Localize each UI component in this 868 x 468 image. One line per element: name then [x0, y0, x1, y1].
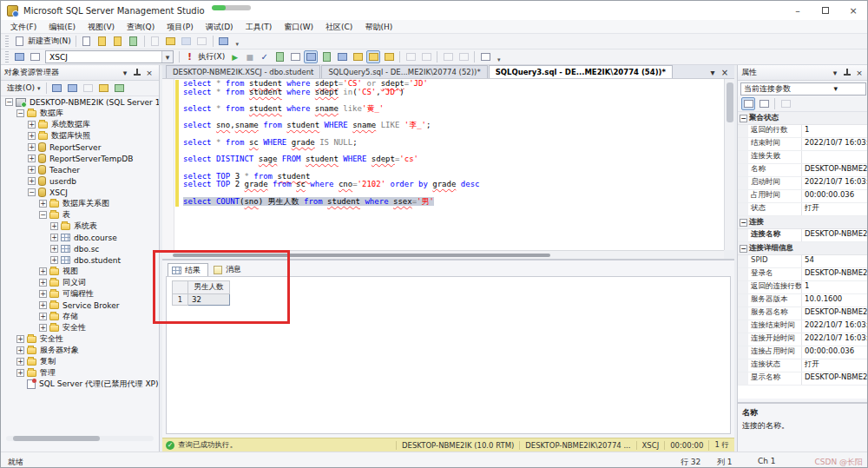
tree-item[interactable]: −XSCJ — [1, 187, 159, 198]
tab-list-dropdown-icon[interactable]: ▾ — [707, 66, 719, 78]
property-row[interactable]: 返回的连接行数1 — [738, 281, 868, 294]
tree-item[interactable]: +dbo.student — [1, 254, 159, 266]
expander-icon[interactable]: + — [16, 335, 24, 343]
disconnect-icon[interactable] — [28, 50, 42, 63]
minimize-button[interactable]: – — [784, 1, 812, 20]
expander-icon[interactable]: − — [740, 115, 747, 122]
properties-object-selector[interactable]: 当前连接参数 ▾ — [738, 81, 868, 96]
database-selector-input[interactable] — [46, 53, 161, 62]
query-options-icon[interactable] — [288, 50, 302, 63]
new-file-icon[interactable] — [80, 35, 94, 48]
comment-icon[interactable] — [382, 50, 396, 63]
tree-item[interactable]: +数据库快照 — [1, 130, 159, 142]
scrollbar-thumb[interactable] — [13, 436, 100, 441]
sql-editor[interactable]: select * from student where sdept='CS' o… — [162, 79, 724, 250]
property-row[interactable]: 连接失败 — [738, 151, 868, 164]
expander-icon[interactable]: + — [39, 267, 47, 275]
expander-icon[interactable]: + — [16, 358, 24, 366]
property-row[interactable]: 连接开始时间2022/10/7 16:03:34 — [738, 333, 868, 346]
expander-icon[interactable]: + — [28, 166, 36, 174]
expander-icon[interactable]: + — [39, 290, 47, 298]
tree-item[interactable]: +安全性 — [1, 333, 159, 345]
expander-icon[interactable]: − — [740, 219, 747, 227]
close-document-icon[interactable]: × — [719, 66, 731, 78]
pin-button[interactable] — [131, 67, 143, 79]
connect-icon[interactable] — [12, 50, 26, 63]
database-selector-dropdown-icon[interactable]: ▾ — [161, 51, 173, 63]
expander-icon[interactable]: + — [50, 245, 58, 253]
tree-item[interactable]: +视图 — [1, 266, 159, 277]
tree-item[interactable]: +dbo.sc — [1, 243, 159, 254]
expander-icon[interactable]: + — [16, 346, 24, 354]
alphabetical-sort-icon[interactable] — [757, 97, 771, 110]
window-position-icon[interactable]: ▾ — [829, 67, 841, 79]
analyze-query-icon[interactable] — [319, 50, 333, 63]
property-row[interactable]: 结束时间2022/10/7 16:03:34 — [738, 138, 868, 151]
intellisense-icon[interactable] — [478, 50, 492, 63]
results-to-grid-icon[interactable] — [304, 50, 318, 63]
tree-item[interactable]: +系统数据库 — [1, 119, 159, 130]
property-row[interactable]: 显示名称DESKTOP-NBME2IK — [738, 372, 868, 386]
pin-button[interactable] — [841, 67, 853, 79]
tree-item[interactable]: +ReportServer — [1, 142, 159, 153]
tree-item[interactable]: +Service Broker — [1, 300, 159, 311]
menu-item[interactable]: 文件(F) — [4, 20, 43, 34]
parse-icon[interactable]: ✓ — [258, 50, 271, 63]
toolbar-grip[interactable] — [5, 36, 9, 47]
display-estimated-plan-icon[interactable] — [273, 50, 286, 63]
tree-item[interactable]: −数据库 — [1, 108, 159, 119]
tree-item[interactable]: +安全性 — [1, 322, 159, 333]
property-section-header[interactable]: −聚合状态 — [738, 112, 868, 125]
menu-item[interactable]: 工具(T) — [240, 20, 279, 34]
tree-item[interactable]: +dbo.course — [1, 232, 159, 243]
expander-icon[interactable]: + — [28, 121, 36, 129]
document-tab[interactable]: SQLQuery5.sql - DE...ME2IK\20774 (52))* — [321, 65, 487, 78]
toolbar-overflow-icon[interactable]: ▾ — [495, 50, 503, 63]
tree-item[interactable]: +可编程性 — [1, 288, 159, 300]
expander-icon[interactable]: + — [28, 132, 36, 140]
expander-icon[interactable]: − — [740, 245, 747, 253]
tree-item[interactable]: −表 — [1, 209, 159, 221]
tree-item[interactable]: +数据库关系图 — [1, 198, 159, 209]
results-to-text-icon[interactable] — [351, 50, 365, 63]
property-row[interactable]: 登录名DESKTOP-NBME2IK — [738, 268, 868, 281]
menu-item[interactable]: 编辑(E) — [43, 20, 82, 34]
tree-item[interactable]: +系统表 — [1, 221, 159, 232]
property-row[interactable]: 占用时间00:00:00.036 — [738, 190, 868, 203]
object-explorer-hscrollbar[interactable] — [6, 436, 154, 441]
expander-icon[interactable]: + — [39, 200, 47, 208]
editor-selection-margin[interactable] — [162, 79, 174, 250]
property-row[interactable]: 连接名称DESKTOP-NBME2IK — [738, 229, 868, 242]
video-progress-bar[interactable] — [212, 5, 251, 10]
expander-icon[interactable]: − — [5, 98, 13, 106]
toolbar-grip[interactable] — [5, 51, 9, 63]
property-row[interactable]: SPID54 — [738, 255, 868, 268]
new-query-button[interactable]: 新建查询(N) — [28, 35, 71, 48]
menu-item[interactable]: 调试(D) — [200, 20, 240, 34]
tree-item[interactable]: +同义词 — [1, 277, 159, 288]
tree-item[interactable]: +复制 — [1, 356, 159, 367]
close-button[interactable]: × — [839, 1, 867, 20]
editor-vertical-scrollbar[interactable] — [724, 79, 734, 250]
menu-item[interactable]: 项目(P) — [161, 20, 199, 34]
sql-code[interactable]: select * from student where sdept='CS' o… — [183, 80, 724, 206]
activity-monitor-icon[interactable] — [217, 35, 231, 48]
property-row[interactable]: 状态打开 — [738, 203, 868, 216]
execute-button[interactable]: 执行(X) — [198, 51, 225, 63]
property-section-header[interactable]: −连接 — [738, 216, 868, 229]
property-row[interactable]: 名称DESKTOP-NBME2IK — [738, 164, 868, 177]
expander-icon[interactable]: − — [28, 188, 36, 196]
open-database-engine-query-icon[interactable] — [95, 35, 109, 48]
toolbar-overflow-icon[interactable]: ▾ — [233, 35, 241, 48]
expander-icon[interactable]: − — [16, 109, 24, 117]
connect-button[interactable]: 连接(O) ▾ — [4, 82, 43, 95]
filter-icon[interactable] — [97, 82, 111, 95]
property-row[interactable]: 启动时间2022/10/7 16:03:34 — [738, 177, 868, 190]
tree-item[interactable]: +ReportServerTempDB — [1, 153, 159, 164]
menu-item[interactable]: 视图(V) — [82, 20, 121, 34]
property-row[interactable]: 连接状态打开 — [738, 359, 868, 372]
refresh-icon[interactable] — [50, 82, 64, 95]
tree-item[interactable]: +服务器对象 — [1, 345, 159, 356]
categorized-icon[interactable] — [741, 97, 755, 110]
expander-icon[interactable]: + — [50, 234, 58, 241]
